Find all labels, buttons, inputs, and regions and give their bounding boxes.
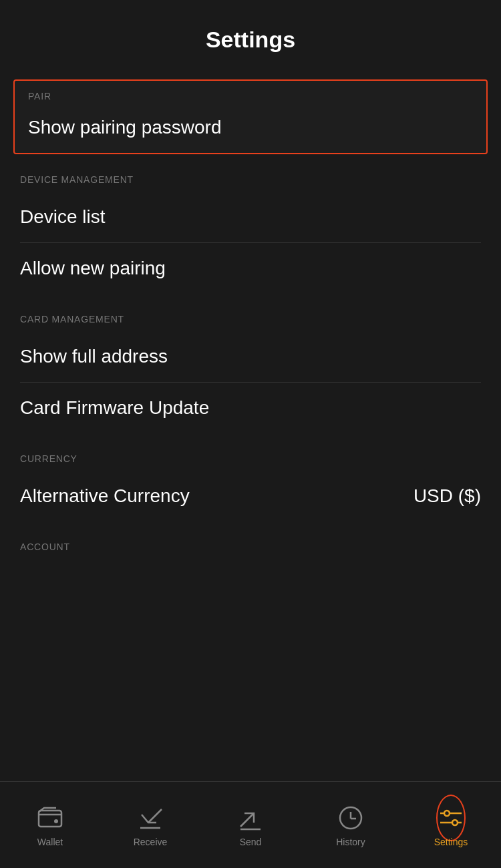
bottom-nav: Wallet Receive Send bbox=[0, 781, 501, 868]
pair-section: PAIR Show pairing password bbox=[0, 79, 501, 154]
history-nav-label: History bbox=[336, 837, 365, 847]
card-firmware-update-label: Card Firmware Update bbox=[20, 397, 209, 419]
nav-item-settings[interactable]: Settings bbox=[401, 797, 501, 854]
show-pairing-password-label: Show pairing password bbox=[28, 117, 222, 138]
svg-point-9 bbox=[444, 811, 450, 816]
wallet-nav-label: Wallet bbox=[37, 837, 63, 847]
nav-item-send[interactable]: Send bbox=[200, 797, 301, 854]
account-section: ACCOUNT bbox=[0, 528, 501, 559]
device-list-item[interactable]: Device list bbox=[0, 192, 501, 242]
card-management-section: CARD MANAGEMENT Show full address Card F… bbox=[0, 300, 501, 433]
allow-new-pairing-item[interactable]: Allow new pairing bbox=[0, 243, 501, 294]
settings-icon bbox=[436, 803, 466, 833]
alternative-currency-value: USD ($) bbox=[413, 485, 481, 507]
svg-point-1 bbox=[54, 819, 58, 823]
currency-section: CURRENCY Alternative Currency USD ($) bbox=[0, 440, 501, 521]
alternative-currency-item[interactable]: Alternative Currency USD ($) bbox=[0, 471, 501, 521]
receive-icon bbox=[136, 803, 165, 833]
allow-new-pairing-label: Allow new pairing bbox=[20, 258, 166, 279]
page-title: Settings bbox=[13, 27, 488, 53]
alternative-currency-label: Alternative Currency bbox=[20, 485, 190, 507]
show-pairing-password-item[interactable]: Show pairing password bbox=[15, 105, 486, 153]
device-management-section: DEVICE MANAGEMENT Device list Allow new … bbox=[0, 161, 501, 294]
nav-item-receive[interactable]: Receive bbox=[100, 797, 200, 854]
svg-point-10 bbox=[452, 820, 458, 825]
device-management-label: DEVICE MANAGEMENT bbox=[0, 161, 501, 192]
settings-nav-label: Settings bbox=[434, 837, 468, 847]
nav-item-history[interactable]: History bbox=[301, 797, 401, 854]
send-icon bbox=[236, 803, 265, 833]
show-full-address-item[interactable]: Show full address bbox=[0, 331, 501, 382]
page-header: Settings bbox=[0, 0, 501, 66]
account-label: ACCOUNT bbox=[0, 528, 501, 559]
card-firmware-update-item[interactable]: Card Firmware Update bbox=[0, 383, 501, 433]
svg-rect-0 bbox=[39, 811, 61, 827]
currency-label: CURRENCY bbox=[0, 440, 501, 471]
device-list-label: Device list bbox=[20, 206, 106, 228]
receive-nav-label: Receive bbox=[134, 837, 168, 847]
show-full-address-label: Show full address bbox=[20, 346, 168, 367]
send-nav-label: Send bbox=[240, 837, 262, 847]
wallet-icon bbox=[35, 803, 65, 833]
pair-section-label: PAIR bbox=[15, 81, 486, 105]
history-icon bbox=[336, 803, 365, 833]
content-area: PAIR Show pairing password DEVICE MANAGE… bbox=[0, 66, 501, 847]
nav-item-wallet[interactable]: Wallet bbox=[0, 797, 100, 854]
card-management-label: CARD MANAGEMENT bbox=[0, 300, 501, 331]
